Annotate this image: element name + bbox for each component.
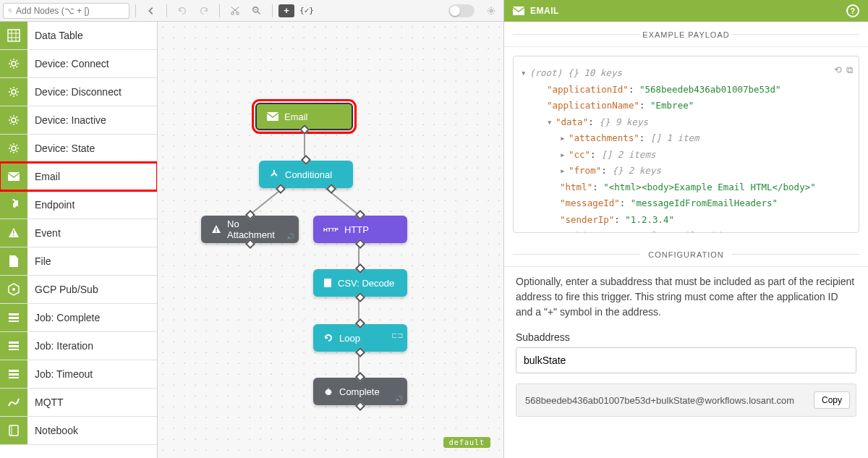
warning-icon: ! bbox=[211, 224, 221, 234]
sidebar-item-device-inactive[interactable]: Device: Inactive bbox=[0, 106, 157, 135]
sidebar-item-device-state[interactable]: Device: State bbox=[0, 135, 157, 163]
zoom-out-button[interactable] bbox=[247, 3, 266, 19]
loop-icon bbox=[323, 333, 333, 343]
help-button[interactable]: ? bbox=[846, 4, 859, 17]
default-badge: default bbox=[443, 437, 490, 448]
svg-text:!: ! bbox=[216, 226, 218, 234]
gear-icon bbox=[0, 50, 27, 77]
flow-node-loop[interactable]: Loop ⊏⊐ bbox=[313, 324, 407, 352]
node-palette: Data TableDevice: ConnectDevice: Disconn… bbox=[0, 22, 158, 458]
sidebar-item-label: MQTT bbox=[27, 396, 64, 408]
node-label: No Attachment bbox=[227, 219, 289, 240]
svg-point-17 bbox=[12, 118, 16, 122]
branch-icon bbox=[269, 169, 279, 179]
file-icon bbox=[323, 278, 332, 288]
sidebar-item-label: Job: Timeout bbox=[27, 368, 93, 380]
braces-button[interactable]: {✓} bbox=[297, 3, 316, 19]
sidebar-item-email[interactable]: Email bbox=[0, 163, 157, 191]
svg-rect-22 bbox=[9, 313, 19, 315]
search-input[interactable] bbox=[16, 6, 124, 16]
sound-icon: 🔊 bbox=[286, 233, 294, 240]
svg-rect-31 bbox=[9, 425, 18, 436]
sidebar-item-label: Device: Disconnect bbox=[27, 86, 122, 98]
svg-rect-25 bbox=[9, 342, 19, 344]
payload-viewer[interactable]: ⟲ ⧉ ▾(root) {} 10 keys"applicationId": "… bbox=[513, 56, 859, 233]
redo-button[interactable] bbox=[195, 3, 213, 19]
flow-node-conditional[interactable]: Conditional bbox=[259, 161, 353, 188]
sidebar-item-device-connect[interactable]: Device: Connect bbox=[0, 50, 157, 78]
grid-icon bbox=[0, 22, 27, 49]
expand-icon: ⊏⊐ bbox=[391, 331, 403, 339]
flow-node-email[interactable]: Email bbox=[255, 103, 353, 130]
svg-point-21 bbox=[12, 288, 15, 291]
wave-icon bbox=[0, 389, 27, 416]
flow-node-complete[interactable]: Complete 🔊 bbox=[313, 378, 407, 405]
node-label: Conditional bbox=[285, 169, 332, 180]
sidebar-item-notebook[interactable]: Notebook bbox=[0, 417, 157, 445]
stack-icon bbox=[0, 360, 27, 388]
puzzle-icon bbox=[0, 191, 27, 219]
subaddress-input[interactable] bbox=[516, 347, 856, 373]
sidebar-item-label: Event bbox=[27, 227, 61, 239]
flow-canvas[interactable]: Email Conditional ! No Attachment 🔊 HTTP bbox=[158, 22, 503, 458]
svg-point-3 bbox=[237, 12, 239, 14]
expand-icon[interactable]: ⟲ bbox=[834, 62, 842, 79]
sidebar-item-mqtt[interactable]: MQTT bbox=[0, 389, 157, 417]
settings-icon[interactable] bbox=[482, 3, 501, 19]
subaddress-label: Subaddress bbox=[504, 327, 868, 346]
book-icon bbox=[0, 417, 27, 444]
sidebar-item-label: Endpoint bbox=[27, 199, 75, 211]
sidebar-item-data-table[interactable]: Data Table bbox=[0, 22, 157, 50]
sidebar-item-job-complete[interactable]: Job: Complete bbox=[0, 304, 157, 332]
svg-rect-10 bbox=[8, 30, 20, 41]
sidebar-item-label: Job: Iteration bbox=[27, 340, 93, 352]
file-icon bbox=[0, 247, 27, 275]
sidebar-item-event[interactable]: !Event bbox=[0, 219, 157, 247]
svg-rect-30 bbox=[9, 377, 19, 378]
svg-rect-46 bbox=[513, 7, 524, 15]
bug-icon bbox=[323, 386, 333, 396]
flow-node-http[interactable]: HTTP HTTP bbox=[313, 216, 407, 243]
search-container bbox=[3, 3, 129, 19]
sidebar-item-label: Job: Complete bbox=[27, 312, 100, 323]
sidebar-item-job-iteration[interactable]: Job: Iteration bbox=[0, 332, 157, 360]
toggle-switch[interactable] bbox=[448, 4, 475, 17]
sidebar-item-gcp-pub-sub[interactable]: GCP Pub/Sub bbox=[0, 276, 157, 304]
back-button[interactable] bbox=[142, 3, 161, 19]
http-icon: HTTP bbox=[323, 226, 339, 233]
panel-title: EMAIL bbox=[530, 6, 559, 16]
copy-icon[interactable]: ⧉ bbox=[846, 62, 853, 79]
gear-icon bbox=[0, 135, 27, 162]
mail-icon bbox=[267, 112, 278, 121]
cut-button[interactable] bbox=[226, 3, 244, 19]
flow-node-no-attachment[interactable]: ! No Attachment 🔊 bbox=[201, 216, 299, 243]
svg-line-1 bbox=[11, 11, 12, 12]
section-payload-title: EXAMPLE PAYLOAD bbox=[504, 22, 868, 47]
sidebar-item-label: Device: Inactive bbox=[27, 114, 106, 126]
svg-rect-28 bbox=[9, 370, 19, 372]
add-button[interactable]: + bbox=[278, 4, 294, 17]
undo-button[interactable] bbox=[173, 3, 192, 19]
svg-point-2 bbox=[231, 12, 234, 14]
svg-rect-23 bbox=[9, 317, 19, 319]
node-label: Email bbox=[284, 111, 308, 122]
sidebar-item-device-disconnect[interactable]: Device: Disconnect bbox=[0, 78, 157, 106]
svg-line-4 bbox=[231, 7, 238, 12]
sidebar-item-job-timeout[interactable]: Job: Timeout bbox=[0, 360, 157, 389]
sound-icon: 🔊 bbox=[395, 395, 403, 402]
svg-point-0 bbox=[9, 9, 12, 12]
section-config-title: CONFIGURATION bbox=[504, 242, 868, 267]
copy-button[interactable]: Copy bbox=[814, 391, 850, 409]
node-label: HTTP bbox=[344, 224, 369, 235]
svg-rect-19 bbox=[8, 172, 20, 181]
node-label: Loop bbox=[339, 333, 360, 344]
flow-node-csv-decode[interactable]: CSV: Decode bbox=[313, 269, 407, 297]
sidebar-item-label: GCP Pub/Sub bbox=[27, 284, 98, 295]
svg-point-16 bbox=[12, 90, 16, 94]
svg-rect-29 bbox=[9, 373, 19, 376]
sidebar-item-endpoint[interactable]: Endpoint bbox=[0, 191, 157, 219]
sidebar-item-label: Device: Connect bbox=[27, 58, 109, 69]
panel-header: EMAIL ? bbox=[504, 0, 868, 22]
node-label: Complete bbox=[339, 386, 380, 397]
sidebar-item-file[interactable]: File bbox=[0, 247, 157, 276]
